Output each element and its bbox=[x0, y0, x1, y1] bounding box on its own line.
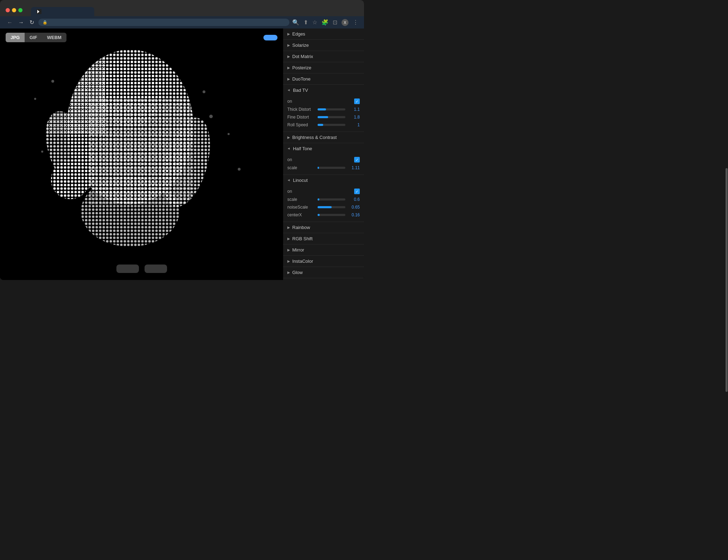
param-on-linocut: on✓ bbox=[283, 187, 364, 196]
effect-arrow-bad-tv: ▼ bbox=[287, 89, 291, 92]
forward-button[interactable]: → bbox=[17, 19, 25, 26]
effect-arrow-rainbow: ▶ bbox=[287, 225, 290, 229]
effect-arrow-instacolor: ▶ bbox=[287, 259, 290, 263]
param-on-bad-tv: on✓ bbox=[283, 97, 364, 106]
effect-label-linocut: Linocut bbox=[293, 178, 308, 183]
webm-button[interactable]: WEBM bbox=[42, 33, 66, 42]
slider-track-ThickDistort[interactable] bbox=[318, 108, 345, 110]
slider-label-RollSpeed: Roll Speed bbox=[287, 122, 315, 127]
slider-track-RollSpeed[interactable] bbox=[318, 124, 345, 126]
effect-header-solarize[interactable]: ▶Solarize bbox=[283, 40, 364, 51]
slider-track-scale[interactable] bbox=[318, 198, 345, 201]
reload-button[interactable]: ↻ bbox=[28, 18, 36, 26]
effect-label-duotone: DuoTone bbox=[292, 76, 311, 82]
minimize-button[interactable] bbox=[12, 8, 16, 12]
slider-value-FineDistort: 1.8 bbox=[347, 115, 360, 120]
user-avatar[interactable]: X bbox=[341, 19, 349, 26]
canvas-image bbox=[0, 28, 283, 280]
slider-value-scale: 0.6 bbox=[347, 197, 360, 202]
effect-header-edges[interactable]: ▶Edges bbox=[283, 28, 364, 39]
slider-label-scale: scale bbox=[287, 197, 315, 202]
effect-item-glow: ▶Glow bbox=[283, 267, 364, 278]
slider-label-FineDistort: Fine Distort bbox=[287, 115, 315, 120]
slider-label-noiseScale: noiseScale bbox=[287, 205, 315, 210]
upgrade-button[interactable] bbox=[263, 35, 277, 40]
effect-content-half-tone: on✓scale1.11 bbox=[283, 154, 364, 174]
share-icon[interactable]: ⬆ bbox=[304, 19, 308, 26]
effect-label-instacolor: InstaColor bbox=[292, 259, 313, 264]
param-slider-bad-tv-FineDistort: Fine Distort1.8 bbox=[283, 113, 364, 121]
slider-track-scale[interactable] bbox=[318, 167, 345, 169]
bottom-bar-overlay bbox=[116, 265, 167, 273]
menu-icon[interactable]: ⋮ bbox=[353, 19, 358, 26]
effect-label-brightness-contrast: Brightness & Contrast bbox=[292, 135, 337, 140]
effect-item-rgb-shift: ▶RGB Shift bbox=[283, 233, 364, 244]
bookmark-icon[interactable]: ☆ bbox=[312, 19, 317, 26]
zoom-icon[interactable]: 🔍 bbox=[292, 19, 299, 26]
checkbox-linocut[interactable]: ✓ bbox=[354, 189, 360, 194]
mosh-button[interactable] bbox=[116, 265, 139, 273]
effect-header-rainbow[interactable]: ▶Rainbow bbox=[283, 222, 364, 233]
slider-fill-ThickDistort bbox=[318, 108, 326, 110]
effect-label-rainbow: Rainbow bbox=[292, 225, 310, 230]
right-panel: ▶Edges▶Solarize▶Dot Matrix▶Posterize▶Duo… bbox=[283, 28, 364, 280]
effect-arrow-linocut: ▼ bbox=[287, 179, 291, 182]
effect-item-mirror: ▶Mirror bbox=[283, 244, 364, 256]
on-label-bad-tv: on bbox=[287, 99, 351, 104]
save-button[interactable] bbox=[145, 265, 167, 273]
jpg-button[interactable]: JPG bbox=[6, 33, 25, 42]
effect-item-half-tone: ▼Half Toneon✓scale1.11 bbox=[283, 143, 364, 175]
param-slider-linocut-noiseScale: noiseScale0.65 bbox=[283, 203, 364, 211]
effect-label-rgb-shift: RGB Shift bbox=[292, 236, 313, 241]
slider-fill-centerX bbox=[318, 214, 320, 216]
close-button[interactable] bbox=[6, 8, 10, 12]
slider-track-noiseScale[interactable] bbox=[318, 206, 345, 208]
effect-header-rgb-shift[interactable]: ▶RGB Shift bbox=[283, 233, 364, 244]
slider-track-centerX[interactable] bbox=[318, 214, 345, 216]
gif-button[interactable]: GIF bbox=[25, 33, 42, 42]
slider-label-scale: scale bbox=[287, 165, 315, 170]
checkbox-bad-tv[interactable]: ✓ bbox=[354, 98, 360, 104]
effect-header-hue-saturation[interactable]: ▶Hue & Saturation bbox=[283, 278, 364, 280]
maximize-button[interactable] bbox=[18, 8, 23, 12]
svg-point-15 bbox=[51, 80, 54, 83]
checkbox-half-tone[interactable]: ✓ bbox=[354, 157, 360, 163]
slider-value-noiseScale: 0.65 bbox=[347, 205, 360, 210]
effect-header-posterize[interactable]: ▶Posterize bbox=[283, 62, 364, 73]
slider-track-FineDistort[interactable] bbox=[318, 116, 345, 118]
effect-arrow-edges: ▶ bbox=[287, 32, 290, 36]
param-slider-half-tone-scale: scale1.11 bbox=[283, 164, 364, 172]
toolbar-icons: 🔍 ⬆ ☆ 🧩 ⊡ X ⋮ bbox=[292, 19, 358, 26]
on-label-linocut: on bbox=[287, 189, 351, 194]
effect-content-linocut: on✓scale0.6noiseScale0.65centerX0.16 bbox=[283, 186, 364, 222]
split-view-icon[interactable]: ⊡ bbox=[333, 19, 337, 26]
effect-header-glow[interactable]: ▶Glow bbox=[283, 267, 364, 278]
active-tab[interactable] bbox=[31, 7, 94, 16]
traffic-lights bbox=[6, 8, 23, 12]
effect-item-rainbow: ▶Rainbow bbox=[283, 222, 364, 233]
effect-label-glow: Glow bbox=[292, 270, 303, 275]
effect-header-half-tone[interactable]: ▼Half Tone bbox=[283, 143, 364, 154]
effect-header-linocut[interactable]: ▼Linocut bbox=[283, 175, 364, 186]
effect-header-brightness-contrast[interactable]: ▶Brightness & Contrast bbox=[283, 132, 364, 143]
slider-fill-scale bbox=[318, 167, 319, 169]
effect-header-instacolor[interactable]: ▶InstaColor bbox=[283, 256, 364, 267]
effect-label-posterize: Posterize bbox=[292, 65, 311, 70]
svg-point-19 bbox=[203, 90, 205, 93]
effect-arrow-rgb-shift: ▶ bbox=[287, 237, 290, 241]
effect-header-bad-tv[interactable]: ▼Bad TV bbox=[283, 85, 364, 96]
effect-arrow-dot-matrix: ▶ bbox=[287, 55, 290, 58]
effect-label-mirror: Mirror bbox=[292, 247, 304, 253]
effect-header-duotone[interactable]: ▶DuoTone bbox=[283, 74, 364, 84]
effect-item-instacolor: ▶InstaColor bbox=[283, 256, 364, 267]
effect-header-mirror[interactable]: ▶Mirror bbox=[283, 244, 364, 255]
effect-item-hue-saturation: ▶Hue & Saturation bbox=[283, 278, 364, 280]
extensions-icon[interactable]: 🧩 bbox=[321, 19, 328, 26]
back-button[interactable]: ← bbox=[6, 19, 14, 26]
slider-value-scale: 1.11 bbox=[347, 165, 360, 170]
effect-header-dot-matrix[interactable]: ▶Dot Matrix bbox=[283, 51, 364, 62]
address-bar: ← → ↻ 🔒 🔍 ⬆ ☆ 🧩 ⊡ X ⋮ bbox=[0, 16, 364, 28]
effect-arrow-duotone: ▶ bbox=[287, 77, 290, 81]
url-bar[interactable]: 🔒 bbox=[38, 19, 289, 26]
effect-arrow-half-tone: ▼ bbox=[287, 147, 291, 151]
